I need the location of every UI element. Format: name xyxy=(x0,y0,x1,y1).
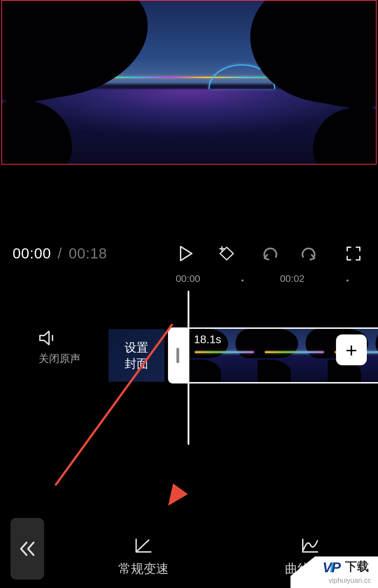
timecode: 00:00 / 00:18 xyxy=(13,245,107,262)
ruler-tick: 00:00 xyxy=(176,273,200,284)
ruler-tick: 00:02 xyxy=(280,273,304,284)
watermark: VIP 下载 viphuiyuan.cc xyxy=(290,556,378,588)
play-icon xyxy=(179,246,193,261)
ruler-dot xyxy=(241,279,244,282)
back-button[interactable] xyxy=(10,518,44,580)
mute-label: 关闭原声 xyxy=(38,352,80,366)
timeline-ruler[interactable]: 00:00 00:02 xyxy=(0,273,378,291)
redo-button[interactable] xyxy=(301,245,318,262)
add-clip-button[interactable]: + xyxy=(336,334,367,365)
ruler-dot xyxy=(346,279,349,282)
play-button[interactable] xyxy=(178,245,195,262)
normal-speed-label: 常规变速 xyxy=(108,560,178,577)
video-clip[interactable]: 18.1s + xyxy=(188,327,378,383)
fullscreen-button[interactable] xyxy=(345,245,362,262)
annotation-arrow-head xyxy=(161,483,188,511)
speaker-icon xyxy=(38,329,59,347)
clip-handle-left[interactable] xyxy=(168,327,188,383)
video-preview[interactable] xyxy=(1,0,377,165)
redo-icon xyxy=(301,246,318,261)
undo-icon xyxy=(261,246,278,261)
fullscreen-icon xyxy=(346,246,361,261)
time-separator: / xyxy=(58,245,62,262)
playback-bar: 00:00 / 00:18 xyxy=(0,238,378,269)
speed-curve-icon xyxy=(300,537,320,554)
normal-speed-button[interactable]: 常规变速 xyxy=(108,537,178,577)
clip-thumbnail xyxy=(258,329,331,382)
watermark-url: viphuiyuan.cc xyxy=(329,576,371,584)
keyframe-add-button[interactable] xyxy=(218,245,234,262)
watermark-text: 下载 xyxy=(345,559,369,575)
speed-normal-icon xyxy=(133,537,154,554)
watermark-logo: VIP xyxy=(323,560,341,575)
chevron-double-left-icon xyxy=(18,540,36,557)
playhead[interactable] xyxy=(188,291,189,445)
clip-duration: 18.1s xyxy=(194,333,221,346)
cover-label-line1: 设置 xyxy=(125,339,148,355)
keyframe-add-icon xyxy=(218,245,234,262)
current-time: 00:00 xyxy=(13,245,51,262)
undo-button[interactable] xyxy=(261,245,278,262)
total-time: 00:18 xyxy=(69,245,107,262)
mute-audio-button[interactable]: 关闭原声 xyxy=(38,329,80,366)
